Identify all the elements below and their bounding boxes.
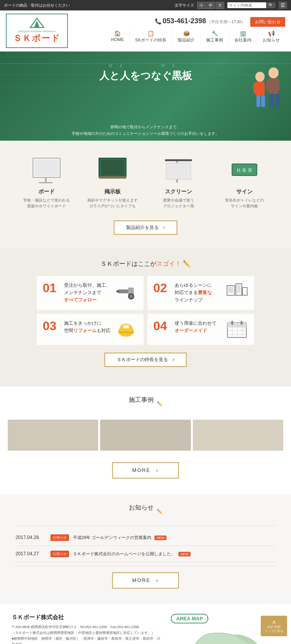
header-right: 📞 053-461-2398 （平日 8:30～17:30） お問い合わせ 🏠 …: [68, 17, 285, 45]
features-section: ＳＫボードはここがスゴイ！ ✏️ 01 受注から取付、施工、メンテナンスまで す…: [0, 248, 291, 386]
nav-construction-icon: 🔧: [211, 30, 218, 36]
company-section: ＳＫボード株式会社 〒430-0808 静岡県浜松市中区天神町17-2 Tel:…: [0, 604, 291, 644]
company-address-line3: ●静岡県中部地区 静岡市（葵区・駿河区）・焼津市・藤枝市・島田市・牧之原市・島田…: [12, 636, 163, 644]
company-address-line2: （ＳＫボード株式会社は静岡県西部地区・中部地区と愛知県東部地区に対応しています。…: [12, 630, 163, 636]
products-section: ボード 学校・施設などで使われる黒板やホワイトボード 掲示板 画鋲やマグネットが…: [0, 141, 291, 248]
nav-news[interactable]: 📢 お知らせ: [257, 29, 285, 45]
search-input[interactable]: [227, 2, 266, 8]
nav-home-label: HOME: [111, 37, 124, 42]
header-nav: 🏠 HOME 📋 SKボードの特長 📦 製品紹介 🔧 施工事例 🏢 会社案内 📢: [68, 29, 285, 45]
font-large-btn[interactable]: 大: [216, 2, 224, 9]
logo-area: SHIZUOKA KOKUBAN SEIZAKUJO ＳＫボード: [6, 14, 68, 48]
menu-icon-btn[interactable]: ☰: [279, 2, 287, 9]
font-medium-btn[interactable]: 中: [206, 2, 215, 9]
news-text-2-content: ＳＫボード株式会社のホームページを公開しました。: [73, 551, 175, 556]
news-title-text: お知らせ: [129, 504, 154, 512]
construction-section: 施工事例 ✏️ MORE ›: [0, 386, 291, 494]
svg-rect-15: [35, 160, 58, 176]
company-info: ＳＫボード株式会社 〒430-0808 静岡県浜松市中区天神町17-2 Tel:…: [12, 614, 163, 644]
construction-more-wrap: MORE ›: [0, 456, 291, 484]
kokuban-svg: [97, 156, 128, 183]
svg-point-2: [255, 72, 265, 82]
svg-rect-33: [228, 287, 234, 293]
news-badge-1: NEW: [154, 536, 166, 540]
nav-company-label: 会社案内: [234, 37, 251, 43]
svg-rect-24: [177, 179, 178, 183]
features-view-btn[interactable]: ＳＫボードの特長を見る ›: [104, 353, 187, 367]
hero-section: ひと ひと 人と人をつなぐ黒板 静岡の地で取付からメンテナンスまで、 学校や地域…: [0, 52, 291, 141]
nav-features[interactable]: 📋 SKボードの特長: [129, 29, 172, 45]
feature-02-content: あらゆるシーンに対応できる豊富なラインナップ: [175, 282, 221, 304]
svg-rect-13: [275, 94, 280, 107]
topbar-left-text: ボードの納品・取付はお任せください: [4, 3, 70, 8]
news-tag-2: お知らせ: [50, 551, 69, 557]
feature-03-num: 03: [43, 320, 60, 332]
svg-rect-12: [270, 94, 274, 107]
search-bar: 🔍: [227, 2, 275, 8]
news-badge-2: NEW: [178, 552, 191, 556]
news-more-btn[interactable]: MORE ›: [112, 572, 179, 589]
product-board-icon-area: [19, 154, 74, 185]
nav-products-icon: 📦: [183, 30, 190, 36]
svg-rect-19: [101, 160, 124, 176]
feature-01-accent: すべてフォロー: [64, 297, 97, 303]
top-bar: ボードの納品・取付はお任せください 文字サイズ 小 中 大 🔍 ☰: [0, 0, 291, 10]
feature-card-03: 03 施工をきっかけに空間リフォームも対応: [37, 314, 144, 345]
svg-rect-29: [116, 290, 120, 293]
font-small-btn[interactable]: 小: [197, 2, 206, 9]
product-screen-icon-area: [151, 154, 206, 185]
feature-01-icon: [114, 282, 138, 301]
feature-04-accent: オーダーメイド: [175, 328, 207, 333]
product-kokuban-desc: 画鋲やマグネットが使えますガラス戸がついたタイプも: [85, 197, 140, 209]
svg-rect-35: [237, 285, 241, 293]
feature-01-num: 01: [43, 282, 60, 294]
feature-04-content: 使う用途に合わせてオーダーメイド: [175, 320, 221, 334]
logo-main-text: ＳＫボード: [10, 33, 64, 44]
search-button[interactable]: 🔍: [266, 2, 275, 8]
products-items: ボード 学校・施設などで使われる黒板やホワイトボード 掲示板 画鋲やマグネットが…: [0, 148, 291, 215]
lineup-icon: [226, 282, 248, 301]
logo-box: SHIZUOKA KOKUBAN SEIZAKUJO ＳＫボード: [6, 14, 68, 48]
construction-examples: [0, 420, 291, 451]
go-top-arrow-icon: ∧: [265, 619, 283, 625]
feature-01-content: 受注から取付、施工、メンテナンスまで すべてフォロー: [64, 282, 111, 304]
go-top-btn[interactable]: ∧ GO TOP トップに戻る: [261, 616, 287, 636]
construction-title-row: 施工事例 ✏️: [129, 396, 163, 412]
svg-rect-48: [231, 321, 233, 325]
svg-rect-39: [118, 331, 134, 333]
features-title-before: ＳＫボードはここが: [100, 260, 156, 267]
nav-features-label: SKボードの特長: [135, 37, 166, 43]
news-item-2: 2017.04.27 お知らせ ＳＫボード株式会社のホームページを公開しました。…: [16, 546, 275, 562]
feature-04-title: 使う用途に合わせてオーダーメイド: [175, 320, 221, 334]
feature-01-title: 受注から取付、施工、メンテナンスまで すべてフォロー: [64, 282, 111, 304]
product-view-btn[interactable]: 製品紹介を見る ›: [114, 220, 177, 235]
svg-rect-22: [177, 161, 178, 163]
svg-rect-21: [165, 159, 192, 161]
nav-home[interactable]: 🏠 HOME: [106, 29, 129, 45]
svg-point-31: [130, 295, 133, 298]
nav-construction[interactable]: 🔧 施工事例: [200, 29, 229, 45]
construction-pencil-icon: ✏️: [157, 401, 163, 406]
news-list: 2017.04.28 お知らせ 平成29年 ゴールデンウィークの営業案内 NEW…: [0, 526, 291, 566]
svg-rect-4: [253, 83, 256, 93]
product-screen-name: スクリーン: [151, 188, 206, 195]
nav-company[interactable]: 🏢 会社案内: [229, 29, 257, 45]
hero-text: ひと ひと 人と人をつなぐ黒板: [68, 63, 223, 83]
hero-desc: 静岡の地で取付からメンテナンスまで、 学校や地域の方のためのコミュニケーションツ…: [72, 124, 219, 137]
svg-rect-42: [227, 323, 246, 327]
construction-more-btn[interactable]: MORE ›: [112, 462, 179, 479]
construction-title-wrap: 施工事例 ✏️: [0, 396, 291, 412]
features-title-accent: スゴイ！: [156, 260, 181, 267]
hero-children-svg: [239, 63, 289, 141]
go-top-label2: トップに戻る: [265, 629, 283, 633]
svg-rect-16: [45, 177, 47, 182]
feature-03-content: 施工をきっかけに空間リフォームも対応: [64, 320, 111, 334]
area-map-label: AREA MAP: [171, 614, 208, 623]
nav-products[interactable]: 📦 製品紹介: [172, 29, 200, 45]
company-address: 〒430-0808 静岡県浜松市中区天神町17-2 Tel:053-461-23…: [12, 624, 163, 644]
svg-rect-23: [166, 163, 191, 179]
news-pencil-icon: ✏️: [157, 509, 163, 514]
features-title: ＳＫボードはここがスゴイ！ ✏️: [0, 260, 291, 268]
logo-mountain-icon: [28, 17, 46, 28]
header-contact-btn[interactable]: お問い合わせ: [250, 17, 285, 27]
